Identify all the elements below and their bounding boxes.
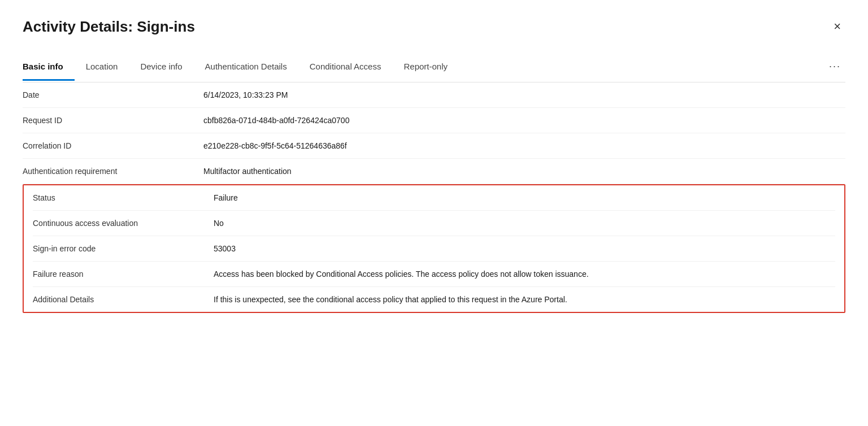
tab-report-only[interactable]: Report-only: [403, 55, 459, 81]
tabs-more-button[interactable]: ···: [824, 54, 845, 82]
field-additional-details: Additional Details If this is unexpected…: [33, 287, 835, 312]
panel-title: Activity Details: Sign-ins: [23, 18, 195, 36]
tab-content-basic-info: Date 6/14/2023, 10:33:23 PM Request ID c…: [23, 82, 845, 313]
close-button[interactable]: ×: [829, 18, 845, 35]
field-auth-requirement: Authentication requirement Multifactor a…: [23, 159, 845, 184]
sign-in-error-label: Sign-in error code: [33, 244, 214, 253]
date-value: 6/14/2023, 10:33:23 PM: [203, 90, 845, 99]
continuous-access-value: No: [214, 219, 835, 228]
field-continuous-access: Continuous access evaluation No: [33, 211, 835, 236]
sign-in-error-value: 53003: [214, 244, 835, 253]
correlation-id-label: Correlation ID: [23, 141, 203, 150]
request-id-value: cbfb826a-071d-484b-a0fd-726424ca0700: [203, 116, 845, 125]
auth-requirement-label: Authentication requirement: [23, 167, 203, 176]
tab-basic-info[interactable]: Basic info: [23, 55, 75, 81]
additional-details-label: Additional Details: [33, 295, 214, 304]
continuous-access-label: Continuous access evaluation: [33, 219, 214, 228]
field-status: Status Failure: [33, 185, 835, 211]
status-value: Failure: [214, 193, 835, 202]
correlation-id-value: e210e228-cb8c-9f5f-5c64-51264636a86f: [203, 141, 845, 150]
tab-conditional-access[interactable]: Conditional Access: [310, 55, 393, 81]
status-label: Status: [33, 193, 214, 202]
additional-details-value: If this is unexpected, see the condition…: [214, 295, 835, 304]
field-date: Date 6/14/2023, 10:33:23 PM: [23, 82, 845, 108]
failure-reason-label: Failure reason: [33, 269, 214, 279]
request-id-label: Request ID: [23, 116, 203, 125]
tab-location[interactable]: Location: [86, 55, 129, 81]
tab-device-info[interactable]: Device info: [140, 55, 193, 81]
field-failure-reason: Failure reason Access has been blocked b…: [33, 262, 835, 287]
failure-section: Status Failure Continuous access evaluat…: [23, 184, 845, 313]
field-request-id: Request ID cbfb826a-071d-484b-a0fd-72642…: [23, 108, 845, 133]
field-correlation-id: Correlation ID e210e228-cb8c-9f5f-5c64-5…: [23, 133, 845, 159]
auth-requirement-value: Multifactor authentication: [203, 167, 845, 176]
field-sign-in-error: Sign-in error code 53003: [33, 236, 835, 262]
date-label: Date: [23, 90, 203, 99]
failure-reason-value: Access has been blocked by Conditional A…: [214, 269, 835, 279]
tab-authentication-details[interactable]: Authentication Details: [205, 55, 298, 81]
panel-header: Activity Details: Sign-ins ×: [23, 18, 845, 36]
activity-details-panel: Activity Details: Sign-ins × Basic info …: [0, 0, 868, 426]
tabs-nav: Basic info Location Device info Authenti…: [23, 54, 845, 82]
